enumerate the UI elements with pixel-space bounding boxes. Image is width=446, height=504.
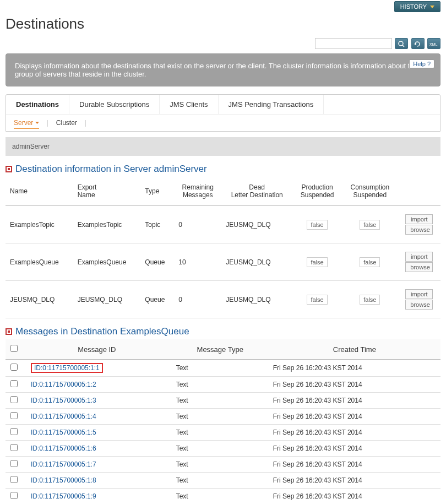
xml-icon: XML [429,41,438,47]
message-created: Fri Sep 26 16:20:43 KST 2014 [269,360,440,377]
description-panel: Displays information about the destinati… [6,53,440,86]
tab-jms-pending-transactions[interactable]: JMS Pending Transactions [219,95,324,114]
page-title: Destinations [0,12,446,38]
row-checkbox[interactable] [10,460,18,467]
dest-remaining: 10 [174,243,221,281]
import-button[interactable]: import [405,252,433,262]
dest-remaining: 0 [174,281,221,318]
browse-button[interactable]: browse [405,262,433,272]
message-id-link[interactable]: ID:0:11715700005:1:4 [31,413,96,420]
dest-header: ExportName [73,177,141,206]
dest-type: Queue [140,281,174,318]
dest-name: ExamplesQueue [6,243,73,281]
message-id-link[interactable]: ID:0:11715700005:1:7 [31,460,96,468]
dest-dld: JEUSMQ_DLQ [221,206,292,243]
help-button[interactable]: Help ? [409,59,434,68]
destinations-table: NameExportNameTypeRemainingMessagesDeadL… [6,177,440,318]
reload-button[interactable] [411,38,425,49]
dest-export: JEUSMQ_DLQ [73,281,141,318]
message-created: Fri Sep 26 16:20:43 KST 2014 [269,377,440,393]
svg-text:XML: XML [429,42,438,46]
subtabs-row: Server |Cluster| [6,114,440,131]
destinations-section-title: Destination information in Server adminS… [6,164,440,175]
message-created: Fri Sep 26 16:20:43 KST 2014 [269,393,440,409]
table-row: ID:0:11715700005:1:9TextFri Sep 26 16:20… [6,489,440,505]
import-button[interactable]: import [405,214,433,224]
svg-line-2 [403,45,404,47]
table-row: ID:0:11715700005:1:8TextFri Sep 26 16:20… [6,473,440,489]
dest-header: RemainingMessages [174,177,221,206]
dest-header: ProductionSuspended [292,177,342,206]
svg-point-1 [399,41,403,46]
dest-type: Queue [140,243,174,281]
chevron-down-icon [430,6,434,9]
row-checkbox[interactable] [10,492,18,499]
select-all-checkbox[interactable] [10,345,18,352]
help-icon: ? [427,61,431,67]
table-row: ID:0:11715700005:1:6TextFri Sep 26 16:20… [6,441,440,457]
dest-header: Type [140,177,174,206]
msgs-header [6,339,22,360]
message-type: Text [172,441,269,457]
dest-export: ExamplesQueue [73,243,141,281]
dest-remaining: 0 [174,206,221,243]
search-input[interactable] [315,38,392,49]
table-row: ExamplesTopicExamplesTopicTopic0JEUSMQ_D… [6,206,440,243]
table-row: ID:0:11715700005:1:3TextFri Sep 26 16:20… [6,393,440,409]
message-id-link[interactable]: ID:0:11715700005:1:8 [31,476,96,484]
dest-header: ConsumptionSuspended [342,177,398,206]
msgs-header: Created Time [269,339,440,360]
tab-durable-subscriptions[interactable]: Durable Subscriptions [69,95,160,114]
tabs-row: DestinationsDurable SubscriptionsJMS Cli… [6,95,440,114]
message-id-link[interactable]: ID:0:11715700005:1:6 [31,445,96,452]
table-row: ID:0:11715700005:1:4TextFri Sep 26 16:20… [6,409,440,425]
message-type: Text [172,393,269,409]
table-row: ID:0:11715700005:1:1TextFri Sep 26 16:20… [6,360,440,377]
cons-suspended-badge: false [360,295,380,305]
table-row: ID:0:11715700005:1:5TextFri Sep 26 16:20… [6,425,440,441]
dest-export: ExamplesTopic [73,206,141,243]
messages-section-title: Messages in Destination ExamplesQueue [6,326,440,337]
message-id-link[interactable]: ID:0:11715700005:1:9 [31,492,96,500]
row-checkbox[interactable] [10,364,18,371]
message-created: Fri Sep 26 16:20:43 KST 2014 [269,425,440,441]
message-id-link[interactable]: ID:0:11715700005:1:5 [31,429,96,436]
xml-button[interactable]: XML [427,38,440,49]
tab-destinations[interactable]: Destinations [6,95,69,114]
history-label: HISTORY [400,3,427,10]
subtab-server[interactable]: Server [14,119,39,129]
dest-name: ExamplesTopic [6,206,73,243]
subtab-cluster[interactable]: Cluster [56,119,77,127]
row-checkbox[interactable] [10,380,18,387]
message-type: Text [172,489,269,505]
message-id-link[interactable]: ID:0:11715700005:1:1 [31,363,103,373]
row-checkbox[interactable] [10,412,18,419]
dest-dld: JEUSMQ_DLQ [221,281,292,318]
message-id-link[interactable]: ID:0:11715700005:1:2 [31,381,96,388]
message-created: Fri Sep 26 16:20:43 KST 2014 [269,473,440,489]
row-checkbox[interactable] [10,428,18,435]
message-created: Fri Sep 26 16:20:43 KST 2014 [269,409,440,425]
svg-marker-5 [35,122,39,124]
msgs-header: Message ID [22,339,172,360]
server-bar: adminServer [6,137,440,156]
section-bullet-icon [6,166,12,172]
prod-suspended-badge: false [307,257,327,267]
messages-table: Message IDMessage TypeCreated Time ID:0:… [6,339,440,504]
import-button[interactable]: import [405,289,433,299]
tab-jms-clients[interactable]: JMS Clients [160,95,218,114]
reload-icon [414,41,422,47]
browse-button[interactable]: browse [405,300,433,310]
browse-button[interactable]: browse [405,225,433,235]
dest-header [398,177,440,206]
row-checkbox[interactable] [10,476,18,483]
dest-dld: JEUSMQ_DLQ [221,243,292,281]
message-created: Fri Sep 26 16:20:43 KST 2014 [269,457,440,473]
message-id-link[interactable]: ID:0:11715700005:1:3 [31,397,96,404]
table-row: ID:0:11715700005:1:7TextFri Sep 26 16:20… [6,457,440,473]
search-button[interactable] [395,38,408,49]
row-checkbox[interactable] [10,396,18,403]
dest-type: Topic [140,206,174,243]
row-checkbox[interactable] [10,444,18,451]
history-button[interactable]: HISTORY [394,1,440,12]
